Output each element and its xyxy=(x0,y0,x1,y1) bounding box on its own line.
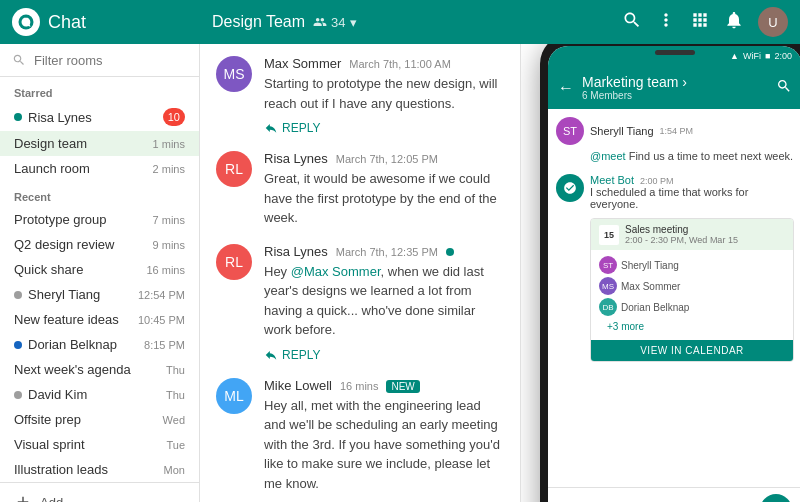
phone-room-name: Marketing team › xyxy=(582,74,768,90)
message-group: RL Risa Lynes March 7th, 12:35 PM Hey @M… xyxy=(216,244,504,362)
item-time: Thu xyxy=(166,364,185,376)
attendee-name: Sheryll Tiang xyxy=(621,260,679,271)
top-bar-right: U xyxy=(622,7,788,37)
view-calendar-button[interactable]: VIEW IN CALENDAR xyxy=(591,340,793,361)
item-name: Visual sprint xyxy=(14,437,166,452)
sidebar: Starred Risa Lynes 10 Design team 1 mins… xyxy=(0,44,200,502)
status-time: 2:00 xyxy=(774,51,792,61)
search-input[interactable] xyxy=(34,53,187,68)
search-icon xyxy=(12,52,26,68)
apps-icon[interactable] xyxy=(690,10,710,35)
message-time: March 7th, 11:00 AM xyxy=(349,58,451,70)
avatar: RL xyxy=(216,151,252,187)
message-sender: Risa Lynes xyxy=(264,244,328,259)
attendee-name: Dorian Belknap xyxy=(621,302,689,313)
item-time: 1 mins xyxy=(153,138,185,150)
message-sender: Risa Lynes xyxy=(264,151,328,166)
item-time: 9 mins xyxy=(153,239,185,251)
top-bar-left: Chat xyxy=(12,8,212,36)
message-body: Risa Lynes March 7th, 12:05 PM Great, it… xyxy=(264,151,504,228)
card-title: Sales meeting xyxy=(625,224,738,235)
message-header: Mike Lowell 16 mins NEW xyxy=(264,378,504,393)
item-time: Thu xyxy=(166,389,185,401)
item-name: Offsite prep xyxy=(14,412,163,427)
add-button[interactable]: Add xyxy=(0,482,199,502)
room-title: Design Team xyxy=(212,13,305,31)
phone-message-text: @meet Find us a time to meet next week. xyxy=(556,149,794,164)
phone-reply-bar: REPLY xyxy=(548,487,800,502)
bot-time: 2:00 PM xyxy=(640,176,674,186)
bot-name: Meet Bot xyxy=(590,174,634,186)
avatar: ML xyxy=(216,378,252,414)
sidebar-item-quick-share[interactable]: Quick share 16 mins xyxy=(0,257,199,282)
sidebar-item-offsite-prep[interactable]: Offsite prep Wed xyxy=(0,407,199,432)
avatar[interactable]: U xyxy=(758,7,788,37)
sidebar-item-launch-room[interactable]: Launch room 2 mins xyxy=(0,156,199,181)
sidebar-item-david-kim[interactable]: David Kim Thu xyxy=(0,382,199,407)
top-bar-center: Design Team 34 ▾ xyxy=(212,13,622,31)
notifications-icon[interactable] xyxy=(724,10,744,35)
phone-attendee-3: DB Dorian Belknap xyxy=(599,298,785,316)
message-header: Risa Lynes March 7th, 12:35 PM xyxy=(264,244,504,259)
reply-button[interactable]: REPLY xyxy=(264,348,504,362)
phone-bot-content: Meet Bot 2:00 PM I scheduled a time that… xyxy=(590,174,794,210)
message-time: March 7th, 12:35 PM xyxy=(336,246,438,258)
phone-attendee-1: ST Sheryll Tiang xyxy=(599,256,785,274)
phone-messages: ST Sheryll Tiang 1:54 PM @meet Find us a… xyxy=(548,109,800,487)
sidebar-item-design-team[interactable]: Design team 1 mins xyxy=(0,131,199,156)
message-body: Max Sommer March 7th, 11:00 AM Starting … xyxy=(264,56,504,135)
sidebar-item-risa-lynes[interactable]: Risa Lynes 10 xyxy=(0,103,199,131)
message-sender: Max Sommer xyxy=(264,56,341,71)
phone-search-icon[interactable] xyxy=(776,78,792,97)
dropdown-icon[interactable]: ▾ xyxy=(350,15,357,30)
sidebar-item-prototype-group[interactable]: Prototype group 7 mins xyxy=(0,207,199,232)
phone-frame: ▲ WiFi ■ 2:00 ← Marketing team › 6 Membe… xyxy=(540,44,800,502)
sidebar-item-visual-sprint[interactable]: Visual sprint Tue xyxy=(0,432,199,457)
phone-attendee-2: MS Max Sommer xyxy=(599,277,785,295)
top-bar: Chat Design Team 34 ▾ U xyxy=(0,0,800,44)
sidebar-item-sheryl-tiang[interactable]: Sheryl Tiang 12:54 PM xyxy=(0,282,199,307)
app-name: Chat xyxy=(48,12,86,33)
item-name: Sheryl Tiang xyxy=(28,287,138,302)
phone-bot-row: Meet Bot 2:00 PM I scheduled a time that… xyxy=(556,174,794,210)
bot-text: I scheduled a time that works for everyo… xyxy=(590,186,794,210)
signal-icon: ▲ xyxy=(730,51,739,61)
item-name: Illustration leads xyxy=(14,462,164,477)
item-name: Quick share xyxy=(14,262,146,277)
chat-area: MS Max Sommer March 7th, 11:00 AM Starti… xyxy=(200,44,520,502)
back-arrow[interactable]: ← xyxy=(558,79,574,97)
phone-card-body: ST Sheryll Tiang MS Max Sommer DB Dorian… xyxy=(591,250,793,340)
reply-button[interactable]: REPLY xyxy=(264,121,504,135)
members-number: 34 xyxy=(331,15,345,30)
add-label: Add xyxy=(40,495,63,503)
phone-compose-fab[interactable] xyxy=(760,494,792,502)
item-time: 16 mins xyxy=(146,264,185,276)
sidebar-item-illustration-leads[interactable]: Illustration leads Mon xyxy=(0,457,199,482)
phone-screen: ▲ WiFi ■ 2:00 ← Marketing team › 6 Membe… xyxy=(548,46,800,502)
sidebar-item-q2-design-review[interactable]: Q2 design review 9 mins xyxy=(0,232,199,257)
phone-room-members: 6 Members xyxy=(582,90,768,101)
search-icon[interactable] xyxy=(622,10,642,35)
phone-calendar-card[interactable]: 15 Sales meeting 2:00 - 2:30 PM, Wed Mar… xyxy=(590,218,794,362)
phone-bot-avatar xyxy=(556,174,584,202)
message-time: 16 mins xyxy=(340,380,379,392)
phone-header-title: Marketing team › 6 Members xyxy=(582,74,768,101)
item-time: 8:15 PM xyxy=(144,339,185,351)
add-icon xyxy=(14,493,32,502)
more-options-icon[interactable] xyxy=(656,10,676,35)
phone-bot-header: Meet Bot 2:00 PM xyxy=(590,174,794,186)
sidebar-item-dorian-belknap[interactable]: Dorian Belknap 8:15 PM xyxy=(0,332,199,357)
avatar: MS xyxy=(216,56,252,92)
status-dot xyxy=(14,341,22,349)
attendee-name: Max Sommer xyxy=(621,281,680,292)
status-dot xyxy=(14,113,22,121)
mention: @Max Sommer xyxy=(291,264,381,279)
main-layout: Starred Risa Lynes 10 Design team 1 mins… xyxy=(0,44,800,502)
item-name: Dorian Belknap xyxy=(28,337,144,352)
sidebar-item-next-weeks-agenda[interactable]: Next week's agenda Thu xyxy=(0,357,199,382)
status-dot xyxy=(14,391,22,399)
phone-status-bar: ▲ WiFi ■ 2:00 xyxy=(548,46,800,66)
attendee-avatar: DB xyxy=(599,298,617,316)
sidebar-item-new-feature-ideas[interactable]: New feature ideas 10:45 PM xyxy=(0,307,199,332)
right-panel: ▲ WiFi ■ 2:00 ← Marketing team › 6 Membe… xyxy=(520,44,800,502)
